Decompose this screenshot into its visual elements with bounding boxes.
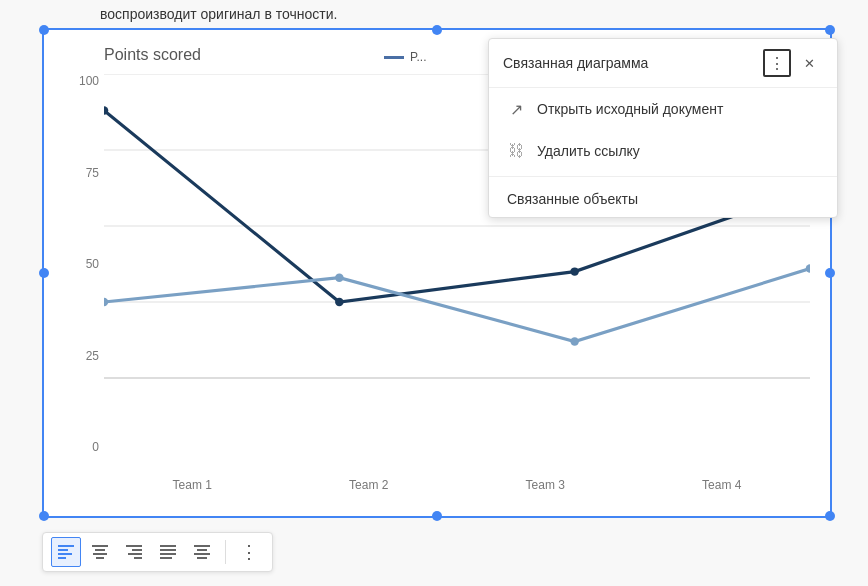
svg-point-8 xyxy=(570,267,579,275)
x-axis: Team 1 Team 2 Team 3 Team 4 xyxy=(104,478,810,492)
toolbar-distribute[interactable] xyxy=(187,537,217,567)
handle-bottom-left[interactable] xyxy=(39,511,49,521)
handle-top-left[interactable] xyxy=(39,25,49,35)
x-label-team1: Team 1 xyxy=(104,478,281,492)
y-label-25: 25 xyxy=(59,349,99,363)
svg-rect-29 xyxy=(160,557,172,559)
svg-rect-24 xyxy=(128,553,142,555)
bottom-toolbar: ⋮ xyxy=(42,532,273,572)
handle-bottom-center[interactable] xyxy=(432,511,442,521)
linked-objects-section[interactable]: Связанные объекты xyxy=(489,181,837,217)
svg-rect-30 xyxy=(194,545,210,547)
linked-header: Связанная диаграмма ⋮ ✕ xyxy=(489,39,837,88)
align-center-icon xyxy=(91,543,109,561)
unlink-button[interactable]: ✕ xyxy=(795,49,823,77)
svg-rect-17 xyxy=(58,557,66,559)
linked-title: Связанная диаграмма xyxy=(503,55,648,71)
remove-link-menu-item[interactable]: ⛓ Удалить ссылку xyxy=(489,130,837,172)
svg-point-12 xyxy=(570,337,579,345)
svg-rect-26 xyxy=(160,545,176,547)
svg-rect-20 xyxy=(93,553,107,555)
svg-rect-31 xyxy=(197,549,207,551)
svg-rect-16 xyxy=(58,553,72,555)
open-source-icon: ↗ xyxy=(507,100,525,118)
svg-rect-22 xyxy=(126,545,142,547)
toolbar-align-right[interactable] xyxy=(119,537,149,567)
top-text: воспроизводит оригинал в точности. xyxy=(100,0,337,28)
remove-link-icon: ⛓ xyxy=(507,142,525,160)
justify-icon xyxy=(159,543,177,561)
open-source-label: Открыть исходный документ xyxy=(537,101,723,117)
handle-top-right[interactable] xyxy=(825,25,835,35)
svg-point-10 xyxy=(104,298,108,306)
y-label-50: 50 xyxy=(59,257,99,271)
svg-point-7 xyxy=(335,298,344,306)
toolbar-more[interactable]: ⋮ xyxy=(234,537,264,567)
x-label-team3: Team 3 xyxy=(457,478,634,492)
svg-rect-21 xyxy=(96,557,104,559)
toolbar-align-left[interactable] xyxy=(51,537,81,567)
legend-label: P... xyxy=(410,50,426,64)
svg-rect-32 xyxy=(194,553,210,555)
handle-middle-left[interactable] xyxy=(39,268,49,278)
svg-rect-33 xyxy=(197,557,207,559)
y-label-75: 75 xyxy=(59,166,99,180)
toolbar-separator xyxy=(225,540,226,564)
svg-rect-18 xyxy=(92,545,108,547)
svg-rect-19 xyxy=(95,549,105,551)
three-dots-button[interactable]: ⋮ xyxy=(763,49,791,77)
svg-rect-25 xyxy=(134,557,142,559)
handle-top-center[interactable] xyxy=(432,25,442,35)
toolbar-align-center[interactable] xyxy=(85,537,115,567)
x-label-team4: Team 4 xyxy=(634,478,811,492)
svg-rect-15 xyxy=(58,549,68,551)
handle-bottom-right[interactable] xyxy=(825,511,835,521)
open-source-menu-item[interactable]: ↗ Открыть исходный документ xyxy=(489,88,837,130)
svg-rect-27 xyxy=(160,549,176,551)
x-label-team2: Team 2 xyxy=(281,478,458,492)
align-left-icon xyxy=(57,543,75,561)
linked-panel: Связанная диаграмма ⋮ ✕ ↗ Открыть исходн… xyxy=(488,38,838,218)
y-label-0: 0 xyxy=(59,440,99,454)
legend-line xyxy=(384,56,404,59)
align-right-icon xyxy=(125,543,143,561)
y-label-100: 100 xyxy=(59,74,99,88)
remove-link-label: Удалить ссылку xyxy=(537,143,640,159)
svg-rect-14 xyxy=(58,545,74,547)
chart-legend: P... xyxy=(384,50,426,64)
svg-rect-23 xyxy=(132,549,142,551)
distribute-icon xyxy=(193,543,211,561)
y-axis: 0 25 50 75 100 xyxy=(59,74,99,454)
menu-divider xyxy=(489,176,837,177)
toolbar-justify[interactable] xyxy=(153,537,183,567)
svg-point-11 xyxy=(335,274,344,282)
handle-middle-right[interactable] xyxy=(825,268,835,278)
linked-header-buttons: ⋮ ✕ xyxy=(763,49,823,77)
svg-point-13 xyxy=(806,264,810,272)
svg-rect-28 xyxy=(160,553,176,555)
